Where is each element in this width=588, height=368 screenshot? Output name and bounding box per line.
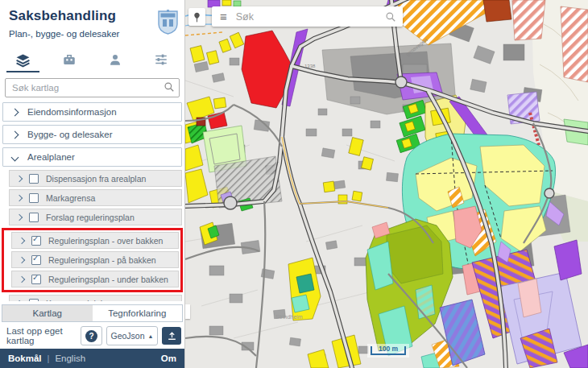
app-subtitle: Plan-, bygge- og delesaker xyxy=(9,29,176,39)
layer-reguleringsplan-under-bakken[interactable]: Reguleringsplan - under bakken xyxy=(11,271,179,287)
map-search-bar: ≡ xyxy=(212,6,403,27)
layer-checkbox[interactable] xyxy=(31,236,41,246)
caret-up-icon: ▲ xyxy=(148,333,154,339)
edge-control[interactable] xyxy=(185,304,190,319)
scale-bar: 100 m xyxy=(367,344,409,358)
search-icon xyxy=(164,81,175,93)
about-link[interactable]: Om xyxy=(161,354,176,363)
building-number-label: 1338 xyxy=(304,64,316,68)
tab-map-layers[interactable] xyxy=(0,47,46,72)
chevron-right-icon xyxy=(16,194,23,201)
footer-bar: Bokmål | English Om xyxy=(0,349,184,368)
layer-kommunedelplaner[interactable]: Kommunedelplaner xyxy=(9,295,182,301)
map-canvas[interactable]: 1338 Strindheim gensvegen xyxy=(185,0,588,368)
layer-checkbox[interactable] xyxy=(29,213,39,222)
menu-icon[interactable]: ≡ xyxy=(220,10,227,23)
place-label: Strindheim xyxy=(275,314,303,320)
chevron-down-icon xyxy=(11,153,19,161)
layer-markagrensa[interactable]: Markagrensa xyxy=(9,189,182,206)
layer-label: Forslag reguleringsplan xyxy=(46,213,135,222)
tab-settings[interactable] xyxy=(139,47,184,72)
layer-forslag-reguleringsplan[interactable]: Forslag reguleringsplan xyxy=(9,209,182,225)
layer-checkbox[interactable] xyxy=(31,255,41,265)
language-english[interactable]: English xyxy=(55,354,85,363)
upload-button[interactable] xyxy=(162,327,181,345)
tab-user[interactable] xyxy=(93,47,139,72)
person-icon xyxy=(108,52,122,67)
layer-label: Reguleringsplan - under bakken xyxy=(48,275,168,284)
chevron-right-icon xyxy=(16,300,23,301)
section-label: Bygge- og delesaker xyxy=(27,130,112,139)
layer-reguleringsplan-pa-bakken[interactable]: Reguleringsplan - på bakken xyxy=(11,251,179,268)
layer-search xyxy=(5,78,180,97)
question-icon: ? xyxy=(85,330,97,342)
sidebar-panel: Saksbehandling Plan-, bygge- og delesake… xyxy=(0,0,185,368)
section-label: Arealplaner xyxy=(27,152,75,162)
section-eiendomsinformasjon[interactable]: Eiendomsinformasjon xyxy=(2,102,182,122)
chevron-right-icon xyxy=(19,275,25,282)
layer-checkbox[interactable] xyxy=(29,193,39,203)
layers-icon xyxy=(15,52,31,68)
format-select[interactable]: GeoJson ▲ xyxy=(106,326,158,345)
layer-checkbox[interactable] xyxy=(29,174,39,184)
layer-tree: Eiendomsinformasjon Bygge- og delesaker … xyxy=(0,101,184,301)
format-value: GeoJson xyxy=(111,331,145,341)
chevron-right-icon xyxy=(16,175,23,181)
divider: | xyxy=(48,354,50,363)
layer-search-input[interactable] xyxy=(5,78,180,97)
layer-label: Kommunedelplaner xyxy=(46,299,119,302)
sliders-icon xyxy=(154,52,168,67)
layer-label: Reguleringsplan - over bakken xyxy=(48,236,163,246)
map-search-input[interactable] xyxy=(234,10,385,23)
section-arealplaner[interactable]: Arealplaner xyxy=(2,147,182,167)
highlight-box: Reguleringsplan - over bakken Regulering… xyxy=(2,228,183,292)
section-bygge-og-delesaker[interactable]: Bygge- og delesaker xyxy=(2,125,182,144)
layer-label: Reguleringsplan - på bakken xyxy=(48,255,156,265)
upload-icon xyxy=(167,331,177,341)
layer-reguleringsplan-over-bakken[interactable]: Reguleringsplan - over bakken xyxy=(11,232,179,249)
tab-cases[interactable] xyxy=(46,47,92,72)
help-button[interactable]: ? xyxy=(81,326,102,345)
search-icon[interactable] xyxy=(385,11,396,23)
layer-label: Markagrensa xyxy=(46,193,95,203)
briefcase-icon xyxy=(62,52,77,67)
app-title: Saksbehandling xyxy=(9,8,176,24)
app-header: Saksbehandling Plan-, bygge- og delesake… xyxy=(0,0,184,43)
map-container: 1338 Strindheim gensvegen ≡ 100 m xyxy=(185,0,588,368)
pin-icon xyxy=(193,12,201,23)
layer-label: Dispensasjon fra arealplan xyxy=(46,174,146,184)
chevron-right-icon xyxy=(11,108,19,116)
layer-checkbox[interactable] xyxy=(29,299,39,302)
tab-tegnforklaring[interactable]: Tegnforklaring xyxy=(93,305,183,321)
pin-button[interactable] xyxy=(188,8,205,26)
chevron-right-icon xyxy=(16,213,23,220)
upload-label: Last opp eget kartlag xyxy=(6,326,77,345)
tab-kartlag[interactable]: Kartlag xyxy=(2,305,93,321)
bottom-tabs: Kartlag Tegnforklaring xyxy=(2,304,183,322)
layer-checkbox[interactable] xyxy=(31,275,41,284)
municipality-logo xyxy=(158,10,178,35)
language-bokmal[interactable]: Bokmål xyxy=(8,354,42,363)
chevron-right-icon xyxy=(19,237,25,243)
sidebar-icon-tabs xyxy=(0,47,184,72)
section-label: Eiendomsinformasjon xyxy=(27,107,117,117)
chevron-right-icon xyxy=(11,130,19,139)
layer-dispensasjon[interactable]: Dispensasjon fra arealplan xyxy=(9,170,182,187)
chevron-right-icon xyxy=(19,256,25,263)
scale-bracket xyxy=(371,346,406,355)
upload-row: Last opp eget kartlag ? GeoJson ▲ xyxy=(6,326,181,345)
